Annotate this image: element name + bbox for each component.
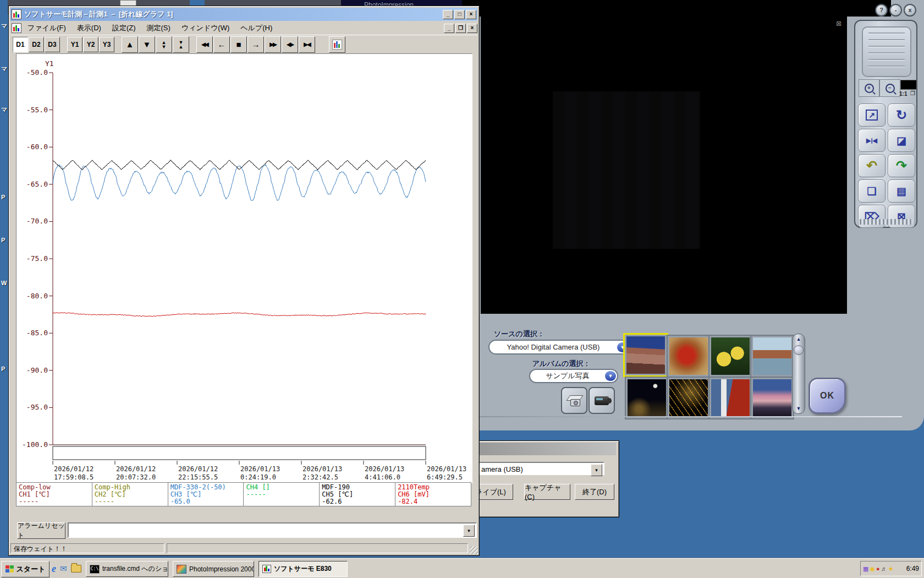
crop-rotate-button[interactable]: ◪	[888, 129, 915, 152]
scroll-down-icon[interactable]: ▼	[793, 403, 805, 413]
thumbnail-image	[711, 379, 750, 417]
menu-help[interactable]: ヘルプ(H)	[235, 22, 277, 34]
menu-file[interactable]: ファイル(F)	[23, 22, 71, 34]
clock[interactable]: 6:49	[906, 565, 919, 572]
d3-button[interactable]: D3	[45, 37, 60, 52]
alarm-message-combobox[interactable]: ▼	[68, 522, 477, 538]
stop-button[interactable]: ■	[230, 36, 247, 53]
volume-icon[interactable]: ♬	[881, 566, 887, 572]
desktop-icon-label-fragment[interactable]: W	[1, 280, 7, 286]
start-button[interactable]: スタート	[1, 561, 50, 577]
close-button[interactable]: ×	[466, 10, 476, 19]
show-desktop-icon[interactable]	[71, 565, 81, 572]
flip-horizontal-button[interactable]: ▶|◀	[858, 129, 886, 152]
resize-grip[interactable]	[470, 546, 478, 554]
thumbnail-scrollbar[interactable]: ▲ ▼	[792, 334, 805, 414]
menu-settings[interactable]: 設定(Z)	[107, 22, 141, 34]
alarm-reset-button[interactable]: アラームリセット	[17, 522, 65, 539]
mail-icon[interactable]: ✉	[60, 564, 67, 574]
redo-button[interactable]: ↷	[888, 154, 915, 177]
menu-view[interactable]: 表示(D)	[72, 22, 106, 34]
document-icon[interactable]	[12, 23, 21, 33]
child-restore-button[interactable]: ❐	[455, 24, 466, 33]
acquire-scanner-camera-button[interactable]	[561, 387, 587, 414]
thumbnail-night-skyline[interactable]	[625, 377, 669, 419]
acquire-video-button[interactable]	[588, 387, 615, 414]
source-select-dropdown[interactable]: Yahoo! Digital Camera (USB) ▼	[488, 340, 630, 355]
titlebar[interactable]: ソフトサーモ計測－計測1 － [折れ線グラフ 1] _ □ ×	[10, 8, 477, 21]
task-softthermo[interactable]: ソフトサーモ E830	[258, 561, 348, 577]
rotate-button[interactable]: ↻	[888, 103, 915, 127]
chevron-down-icon[interactable]: ▼	[605, 371, 616, 381]
scroll-up-icon[interactable]: ▲	[793, 334, 805, 344]
copy-button[interactable]: ❏	[858, 179, 886, 203]
thumbnail-lighthouse-red-barn[interactable]	[708, 377, 752, 419]
desktop-icon-label-fragment[interactable]: P	[1, 366, 5, 372]
softthermo-icon	[262, 565, 271, 573]
rotate-icon: ↻	[896, 107, 907, 123]
zoom-ratio-label: 1:1	[899, 91, 907, 97]
scroll-down-button[interactable]: ▼	[139, 36, 155, 53]
restore-view-icon[interactable]: ❐	[910, 90, 915, 96]
step-forward-button[interactable]: →	[248, 36, 264, 53]
svg-text:-85.0: -85.0	[26, 329, 48, 337]
desktop-icon-label-fragment[interactable]: P	[1, 194, 5, 200]
y3-button[interactable]: Y3	[99, 37, 114, 52]
task-photoimpression[interactable]: PhotoImpression 2000	[173, 561, 254, 577]
expand-vertical-button[interactable]: ▲▼	[156, 36, 172, 53]
zoom-in-button[interactable]: +	[859, 79, 879, 97]
chevron-down-icon[interactable]: ▼	[463, 525, 475, 537]
help-button[interactable]: ?	[875, 4, 888, 17]
tray-icon[interactable]: ●	[876, 566, 880, 572]
child-minimize-button[interactable]: _	[444, 24, 454, 33]
undo-button[interactable]: ↶	[858, 154, 886, 177]
ok-button[interactable]: OK	[809, 378, 846, 414]
desktop-icon-label-fragment[interactable]: P	[1, 237, 5, 243]
paste-button[interactable]: ▤	[888, 179, 915, 203]
tray-icon[interactable]: ▦	[863, 566, 868, 572]
d1-button[interactable]: D1	[13, 37, 28, 52]
compress-vertical-button[interactable]: ▼▲	[173, 36, 189, 53]
preview-close-icon[interactable]: ⊠	[836, 20, 842, 28]
thumbnail-gold-light-weave[interactable]	[667, 377, 711, 419]
exit-button[interactable]: 終了(D)	[575, 484, 614, 500]
menu-window[interactable]: ウィンドウ(W)	[177, 22, 234, 34]
album-select-dropdown[interactable]: サンプル写真 ▼	[529, 369, 618, 383]
compress-horizontal-button[interactable]: ▶◀	[299, 36, 315, 53]
zoom-out-button[interactable]: −	[879, 79, 900, 97]
palette-bottom-grip	[860, 219, 912, 225]
thumbnail-yellow-flowers[interactable]	[708, 335, 752, 378]
step-back-button[interactable]: ←	[213, 36, 230, 53]
thumbnail-sunset-clouds[interactable]	[750, 377, 794, 419]
tray-icon[interactable]: ◉	[870, 566, 875, 572]
minimize-button[interactable]: _	[443, 10, 453, 19]
d2-button[interactable]: D2	[29, 37, 44, 52]
internet-explorer-icon[interactable]: e	[52, 563, 56, 575]
tray-icon[interactable]: ★	[888, 566, 894, 572]
resize-button[interactable]: ↗	[858, 103, 886, 127]
thumbnail-cardinal-bird[interactable]	[667, 335, 711, 378]
minimize-button[interactable]: -	[889, 4, 902, 17]
scrollbar-thumb[interactable]	[794, 345, 804, 355]
palette-grip-handle[interactable]	[862, 26, 911, 77]
desktop-icon-label-fragment[interactable]: マ	[1, 106, 7, 114]
y2-button[interactable]: Y2	[83, 37, 98, 52]
graph-view-button[interactable]	[329, 36, 345, 53]
desktop-icon-label-fragment[interactable]: マ	[1, 65, 7, 73]
maximize-button[interactable]: □	[454, 10, 465, 19]
task-transfile-cmd[interactable]: C:\ transfile.cmd へのショート...	[86, 561, 168, 577]
desktop-icon-label-fragment[interactable]: マ	[1, 22, 7, 30]
close-button[interactable]: x	[904, 4, 916, 17]
fast-rewind-button[interactable]: ◀◀	[196, 36, 213, 53]
thumbnail-harbor-village[interactable]	[750, 335, 794, 378]
child-close-button[interactable]: ×	[467, 24, 477, 33]
fast-forward-button[interactable]: ▶▶	[265, 36, 281, 53]
capture-button[interactable]: キャプチャ(C)	[524, 484, 570, 500]
menu-measure[interactable]: 測定(S)	[141, 22, 175, 34]
scroll-up-button[interactable]: ▲	[122, 36, 138, 53]
chevron-down-icon[interactable]: ▼	[591, 464, 602, 476]
expand-horizontal-button[interactable]: ◀▶	[282, 36, 298, 53]
y1-button[interactable]: Y1	[67, 37, 82, 52]
legend-ch1: Comp-low CH1 [℃] -----	[16, 483, 92, 506]
thumbnail-red-rock-spires[interactable]	[623, 333, 668, 377]
